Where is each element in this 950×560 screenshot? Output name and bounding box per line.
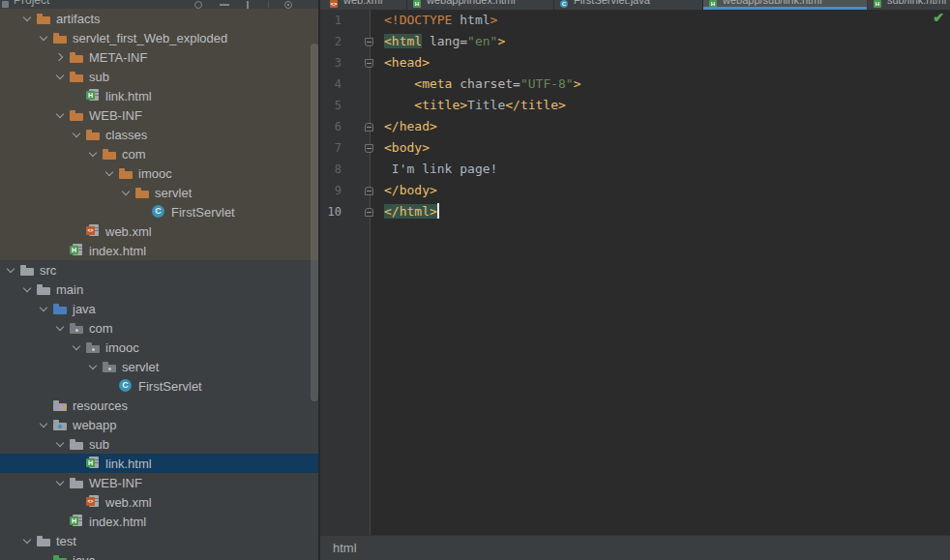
tree-row[interactable]: java (0, 299, 319, 318)
chevron-icon[interactable] (53, 436, 69, 452)
tree-row[interactable]: web.xml (0, 221, 319, 241)
tree-row[interactable]: main (0, 280, 319, 299)
html-icon (69, 514, 84, 529)
tree-row[interactable]: webapp (0, 415, 319, 434)
folder-green-icon (52, 552, 68, 560)
chevron-icon[interactable] (20, 533, 36, 548)
code-line-text: <html lang="en"> (376, 31, 505, 52)
chevron-icon[interactable] (103, 165, 118, 181)
tree-item-label: src (39, 263, 56, 278)
tree-row[interactable]: servlet (0, 183, 319, 202)
chevron-icon[interactable] (119, 185, 134, 200)
chevron-icon[interactable] (37, 301, 52, 316)
tree-item-label: artifacts (55, 12, 101, 26)
tree-item-label: java (72, 302, 96, 316)
tree-row[interactable]: index.html (0, 512, 319, 531)
tree-row[interactable]: link.html (0, 86, 319, 105)
editor-tab[interactable]: H webapp/sub/link.html (703, 0, 868, 10)
tree-row[interactable]: FirstServlet (0, 202, 319, 221)
folder-gray-icon (69, 436, 84, 452)
scroll-to-source-icon[interactable] (247, 1, 249, 9)
chevron-icon[interactable] (53, 320, 69, 336)
tree-row[interactable]: WEB-INF (0, 105, 319, 125)
editor-tab[interactable]: H webapp/index.html (407, 0, 554, 10)
chevron-icon (70, 223, 85, 239)
tree-item-label: servlet (121, 360, 159, 374)
project-tool-window: Project artifacts servlet_first_Web_expl… (0, 0, 319, 560)
project-scrollbar-thumb[interactable] (311, 44, 318, 401)
tree-row[interactable]: link.html (0, 454, 319, 473)
tree-row[interactable]: WEB-INF (0, 473, 319, 492)
editor-area: <> web.xml H webapp/index.html C FirstSe… (320, 0, 950, 560)
tree-row[interactable]: index.html (0, 241, 319, 260)
tree-row[interactable]: test (0, 531, 319, 550)
xml-icon (85, 494, 101, 510)
ide-window: Project artifacts servlet_first_Web_expl… (0, 0, 950, 560)
html-file-icon: H (874, 0, 881, 8)
folder-orange-icon (69, 49, 84, 65)
tree-row[interactable]: com (0, 144, 319, 163)
tree-row[interactable]: src (0, 260, 319, 280)
chevron-icon[interactable] (37, 417, 52, 432)
chevron-icon[interactable] (70, 127, 85, 142)
chevron-icon[interactable] (53, 69, 69, 84)
code-line: 8 I'm link page! (320, 159, 950, 180)
code-editor[interactable]: 1 <!DOCTYPE html> 2 <html lang="en"> 3 <… (320, 10, 950, 535)
folder-orange-icon (85, 127, 101, 142)
tree-row[interactable]: artifacts (0, 9, 319, 28)
tab-label: webapp/sub/link.html (723, 0, 822, 6)
folder-orange-icon (134, 185, 150, 200)
chevron-icon (37, 398, 52, 413)
tree-row[interactable]: imooc (0, 338, 319, 357)
chevron-icon[interactable] (70, 339, 85, 355)
tree-row[interactable]: FirstServlet (0, 376, 319, 396)
chevron-icon[interactable] (20, 281, 36, 297)
chevron-icon[interactable] (4, 262, 19, 278)
fold-marker-icon[interactable] (365, 144, 373, 153)
inspections-ok-icon[interactable]: ✔ (933, 10, 944, 25)
code-line: 6 </head> (320, 116, 950, 137)
chevron-icon (53, 243, 69, 258)
chevron-icon[interactable] (53, 49, 69, 65)
html-file-icon: H (709, 0, 717, 8)
fold-marker-icon[interactable] (365, 59, 373, 68)
fold-marker-icon[interactable] (365, 208, 373, 217)
folder-gray-icon (19, 262, 35, 278)
tree-row[interactable]: classes (0, 125, 319, 144)
tree-row[interactable]: servlet_first_Web_exploded (0, 28, 319, 47)
tree-row[interactable]: java (0, 550, 319, 560)
chevron-icon[interactable] (86, 146, 102, 162)
tree-item-label: index.html (88, 515, 146, 529)
tree-row[interactable]: META-INF (0, 47, 319, 67)
chevron-icon[interactable] (53, 475, 69, 490)
chevron-icon[interactable] (86, 359, 102, 374)
fold-marker-icon[interactable] (365, 38, 373, 46)
chevron-icon[interactable] (53, 107, 69, 123)
xml-file-icon: <> (330, 0, 338, 8)
tree-row[interactable]: sub (0, 67, 319, 86)
tree-row[interactable]: com (0, 318, 319, 338)
class-file-icon: C (560, 0, 568, 8)
tree-row[interactable]: sub (0, 434, 319, 454)
fold-marker-icon[interactable] (365, 123, 373, 132)
fold-marker-icon[interactable] (365, 187, 373, 195)
tree-row[interactable]: web.xml (0, 492, 319, 512)
settings-gear-icon[interactable] (284, 1, 292, 9)
class-icon (151, 204, 166, 220)
tree-row[interactable]: servlet (0, 357, 319, 376)
tree-item-label: sub (88, 437, 109, 452)
tree-row[interactable]: resources (0, 396, 319, 415)
chevron-icon[interactable] (37, 30, 52, 45)
collapse-all-icon[interactable] (220, 4, 229, 6)
code-line-text: </head> (376, 116, 437, 137)
editor-tab[interactable]: H sub/link.html (868, 0, 950, 10)
chevron-icon[interactable] (20, 11, 36, 26)
html-icon (69, 243, 84, 258)
chevron-icon (70, 494, 85, 510)
select-opened-file-icon[interactable] (194, 1, 202, 9)
editor-tab[interactable]: C FirstServlet.java (554, 0, 703, 10)
editor-tab[interactable]: <> web.xml (324, 0, 407, 10)
tree-item-label: servlet (154, 186, 192, 200)
tree-row[interactable]: imooc (0, 163, 319, 183)
breadcrumb-item[interactable]: html (333, 541, 357, 555)
